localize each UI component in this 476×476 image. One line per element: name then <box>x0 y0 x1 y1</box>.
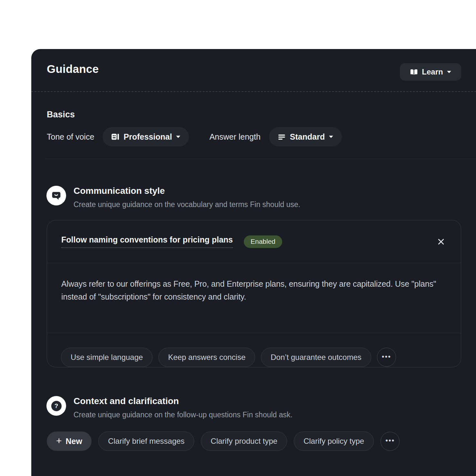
plus-icon: + <box>56 436 62 447</box>
basics-heading: Basics <box>47 110 75 120</box>
chevron-down-icon <box>447 70 451 74</box>
context-title: Context and clarification <box>74 396 293 406</box>
ellipsis-icon: ••• <box>385 436 395 445</box>
chevron-down-icon <box>329 135 333 138</box>
context-actions-row: + New Clarify brief messages Clarify pro… <box>47 431 400 451</box>
guidance-card-header: Follow naming conventions for pricing pl… <box>47 220 461 263</box>
question-mark-glyph: ? <box>55 402 58 410</box>
suggestion-use-simple-language[interactable]: Use simple language <box>61 348 153 367</box>
close-icon <box>437 238 445 245</box>
new-guidance-button[interactable]: + New <box>47 431 92 451</box>
new-label: New <box>66 437 82 446</box>
page-title: Guidance <box>47 63 99 75</box>
chat-bubble-icon <box>46 186 66 205</box>
context-subtitle: Create unique guidance on the follow-up … <box>74 411 293 419</box>
communication-title: Communication style <box>74 186 300 196</box>
guidance-body-text[interactable]: Always refer to our offerings as Free, P… <box>47 263 461 333</box>
book-icon <box>410 68 418 76</box>
answer-length-label: Answer length <box>209 132 260 142</box>
guidance-card: Follow naming conventions for pricing pl… <box>47 220 461 367</box>
more-context-button[interactable]: ••• <box>381 432 400 451</box>
tone-of-voice-label: Tone of voice <box>47 132 94 142</box>
tone-value: Professional <box>124 132 172 142</box>
tone-of-voice-dropdown[interactable]: Professional <box>103 127 189 146</box>
suggestion-clarify-policy-type[interactable]: Clarify policy type <box>294 431 374 451</box>
suggestion-dont-guarantee-outcomes[interactable]: Don’t guarantee outcomes <box>261 348 371 367</box>
basics-row: Tone of voice Professional Answer leng <box>47 127 342 146</box>
status-badge: Enabled <box>244 235 282 248</box>
suggestion-clarify-product-type[interactable]: Clarify product type <box>201 431 287 451</box>
tone-icon <box>111 133 120 141</box>
guidance-title[interactable]: Follow naming conventions for pricing pl… <box>61 235 233 248</box>
basics-divider <box>45 159 476 159</box>
communication-subtitle: Create unique guidance on the vocabulary… <box>74 200 300 209</box>
learn-label: Learn <box>422 67 443 76</box>
context-section-header: ? Context and clarification Create uniqu… <box>46 396 293 419</box>
chevron-down-icon <box>176 135 181 138</box>
close-button[interactable] <box>435 236 447 247</box>
suggestion-row: Use simple language Keep answers concise… <box>47 333 461 367</box>
more-suggestions-button[interactable]: ••• <box>377 348 396 367</box>
ellipsis-icon: ••• <box>382 352 391 361</box>
header-divider <box>31 91 476 92</box>
lines-icon <box>277 133 286 141</box>
screenshot-stage: Guidance Learn Basics Tone of voice <box>0 0 476 476</box>
length-value: Standard <box>290 132 325 142</box>
answer-length-dropdown[interactable]: Standard <box>269 127 342 146</box>
suggestion-keep-answers-concise[interactable]: Keep answers concise <box>158 348 255 367</box>
communication-section-header: Communication style Create unique guidan… <box>46 186 300 209</box>
learn-button[interactable]: Learn <box>400 63 461 81</box>
guidance-panel: Guidance Learn Basics Tone of voice <box>31 49 476 476</box>
suggestion-clarify-brief-messages[interactable]: Clarify brief messages <box>98 431 194 451</box>
question-icon: ? <box>46 396 66 416</box>
